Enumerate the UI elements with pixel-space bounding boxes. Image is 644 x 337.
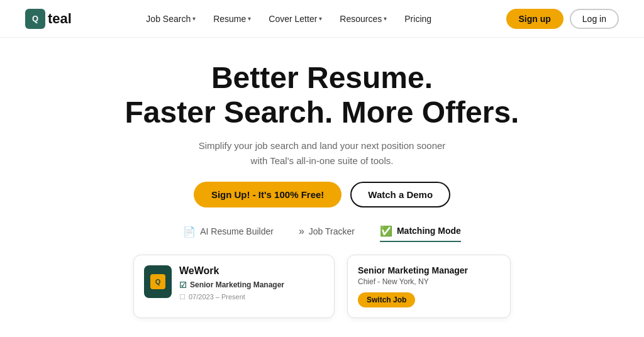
cards-area: Q WeWork ☑ Senior Marketing Manager ☐ 07… [0, 255, 644, 318]
company-logo: Q [144, 265, 172, 298]
job-location: Chief - New York, NY [358, 277, 500, 286]
document-icon: 📄 [183, 226, 196, 238]
navbar: Q teal Job Search ▾ Resume ▾ Cover Lette… [0, 0, 644, 38]
nav-item-resources[interactable]: Resources ▾ [333, 10, 393, 28]
tab-ai-resume-builder[interactable]: 📄 AI Resume Builder [183, 225, 274, 242]
company-logo-icon: Q [150, 274, 165, 289]
demo-button[interactable]: Watch a Demo [350, 182, 450, 207]
signup-button[interactable]: Sign up [506, 9, 564, 29]
nav-item-job-search[interactable]: Job Search ▾ [140, 10, 202, 28]
date-row: ☐ 07/2023 – Present [179, 293, 324, 301]
logo: Q teal [25, 9, 72, 29]
chevron-down-icon: ▾ [192, 15, 196, 22]
checked-icon: ☑ [179, 280, 187, 290]
job-title-row: ☑ Senior Marketing Manager [179, 280, 324, 290]
nav-item-cover-letter[interactable]: Cover Letter ▾ [262, 10, 328, 28]
logo-icon-text: Q [32, 14, 38, 23]
job-position: Senior Marketing Manager [358, 265, 500, 275]
card-info: WeWork ☑ Senior Marketing Manager ☐ 07/2… [179, 265, 324, 301]
switch-job-button[interactable]: Switch Job [358, 292, 415, 307]
job-date: 07/2023 – Present [189, 293, 245, 301]
hero-subtitle: Simplify your job search and land your n… [190, 138, 454, 168]
hero-title: Better Resume. Faster Search. More Offer… [125, 60, 519, 130]
hero-buttons: Sign Up! - It's 100% Free! Watch a Demo [194, 182, 450, 207]
tab-matching-mode[interactable]: ✅ Matching Mode [380, 225, 461, 242]
nav-item-resume[interactable]: Resume ▾ [207, 10, 257, 28]
feature-tabs: 📄 AI Resume Builder » Job Tracker ✅ Matc… [183, 225, 461, 242]
logo-text: teal [48, 11, 72, 27]
arrows-icon: » [299, 226, 304, 237]
logo-icon: Q [25, 9, 45, 29]
tab-job-tracker[interactable]: » Job Tracker [299, 225, 355, 242]
chevron-down-icon: ▾ [319, 15, 322, 22]
nav-item-pricing[interactable]: Pricing [398, 10, 438, 28]
job-card-right: Senior Marketing Manager Chief - New Yor… [347, 255, 511, 318]
nav-actions: Sign up Log in [506, 9, 619, 29]
chevron-down-icon: ▾ [248, 15, 251, 22]
nav-links: Job Search ▾ Resume ▾ Cover Letter ▾ Res… [140, 10, 438, 28]
calendar-icon: ☐ [179, 293, 186, 301]
checkmark-icon: ✅ [380, 225, 392, 237]
chevron-down-icon: ▾ [384, 15, 387, 22]
cta-button[interactable]: Sign Up! - It's 100% Free! [194, 182, 341, 207]
job-title: Senior Marketing Manager [190, 280, 284, 289]
job-card-left: Q WeWork ☑ Senior Marketing Manager ☐ 07… [133, 255, 335, 318]
company-name: WeWork [179, 265, 324, 277]
login-button[interactable]: Log in [570, 9, 619, 29]
hero-section: Better Resume. Faster Search. More Offer… [0, 38, 644, 255]
